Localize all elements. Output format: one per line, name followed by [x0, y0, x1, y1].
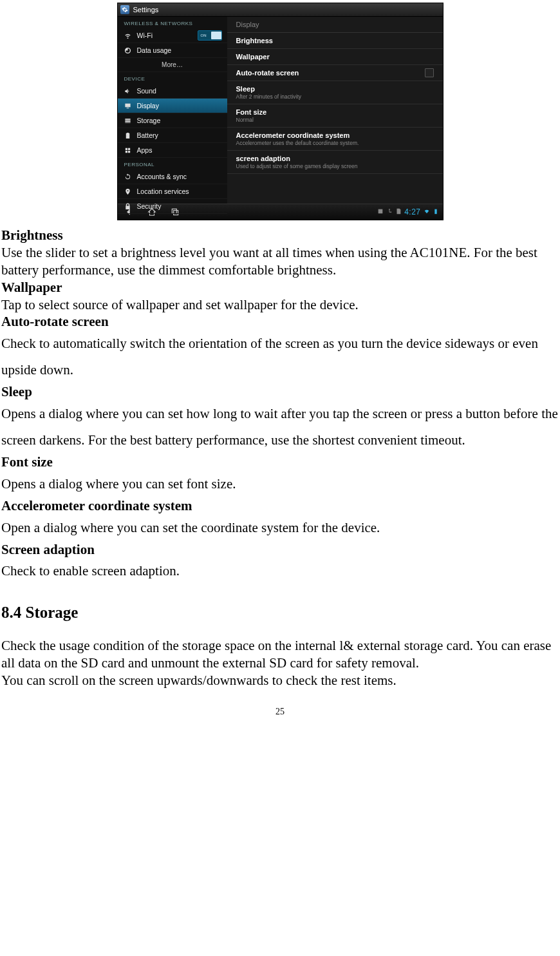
para-screen-adaption: Check to enable screen adaption.	[1, 558, 559, 584]
svg-rect-2	[378, 209, 383, 214]
sd-icon	[395, 208, 402, 216]
section-wireless: WIRELESS & NETWORKS	[118, 17, 227, 28]
sidebar-item-accounts[interactable]: Accounts & sync	[118, 169, 227, 184]
sidebar-label: Location services	[137, 187, 189, 195]
detail-subtitle: Accelerometer uses the default coordinat…	[236, 140, 434, 146]
checkbox[interactable]	[425, 68, 434, 77]
sidebar-item-location[interactable]: Location services	[118, 184, 227, 199]
battery-status-icon	[433, 208, 439, 216]
sidebar-item-storage[interactable]: Storage	[118, 113, 227, 128]
para-fontsize: Opens a dialog where you can set font si…	[1, 471, 559, 497]
storage-icon	[124, 117, 132, 124]
sidebar-item-battery[interactable]: Battery	[118, 128, 227, 143]
para-storage-1: Check the usage condition of the storage…	[1, 637, 559, 672]
detail-title: Auto-rotate screen	[236, 69, 434, 77]
detail-header: Display	[227, 17, 443, 33]
sidebar-label: Display	[137, 102, 159, 110]
usb-icon	[386, 208, 393, 216]
status-clock: 4:27	[404, 207, 420, 216]
para-brightness: Use the slider to set a brightness level…	[1, 244, 559, 279]
window-titlebar: Settings	[118, 3, 443, 17]
heading-wallpaper: Wallpaper	[1, 279, 559, 296]
detail-subtitle: After 2 minutes of inactivity	[236, 93, 434, 100]
detail-brightness[interactable]: Brightness	[227, 33, 443, 49]
detail-screen-adaption[interactable]: screen adaption Used to adjust size of s…	[227, 151, 443, 174]
heading-sleep: Sleep	[1, 383, 559, 401]
sync-icon	[124, 173, 132, 180]
para-sleep: Opens a dialog where you can set how lon…	[1, 401, 559, 454]
detail-title: Brightness	[236, 37, 434, 44]
sidebar-label: Wi-Fi	[137, 32, 153, 39]
page-number: 25	[1, 706, 559, 718]
window-title: Settings	[133, 6, 159, 14]
section-heading-storage: 8.4 Storage	[1, 602, 559, 623]
apps-icon	[124, 147, 132, 154]
sidebar-label: Accounts & sync	[137, 173, 187, 180]
sidebar-label: Data usage	[137, 46, 172, 54]
detail-autorotate[interactable]: Auto-rotate screen	[227, 65, 443, 81]
heading-autorotate: Auto-rotate screen	[1, 313, 559, 330]
display-icon	[124, 102, 132, 110]
para-autorotate: Check to automatically switch the orient…	[1, 330, 559, 383]
sidebar-item-security[interactable]: Security	[118, 199, 227, 214]
section-device: DEVICE	[118, 72, 227, 84]
settings-sidebar: WIRELESS & NETWORKS Wi-Fi ON Data usage	[118, 17, 227, 204]
sidebar-item-wifi[interactable]: Wi-Fi ON	[118, 28, 227, 43]
heading-brightness: Brightness	[1, 227, 559, 244]
detail-wallpaper[interactable]: Wallpaper	[227, 49, 443, 65]
status-icon	[377, 208, 384, 216]
settings-detail-pane: Display Brightness Wallpaper Auto-rotate…	[227, 17, 443, 204]
wifi-toggle[interactable]: ON	[198, 30, 222, 41]
settings-app-icon	[120, 5, 129, 14]
heading-accelerometer: Accelerometer coordinate system	[1, 497, 559, 515]
detail-title: Font size	[236, 108, 434, 116]
sidebar-item-apps[interactable]: Apps	[118, 143, 227, 158]
sidebar-label: Battery	[137, 131, 158, 139]
detail-sleep[interactable]: Sleep After 2 minutes of inactivity	[227, 81, 443, 104]
sidebar-item-display[interactable]: Display	[118, 99, 227, 113]
heading-fontsize: Font size	[1, 454, 559, 471]
sidebar-label: Apps	[137, 146, 153, 154]
detail-subtitle: Normal	[236, 117, 434, 123]
detail-title: Accelerometer coordinate system	[236, 131, 434, 139]
heading-screen-adaption: Screen adaption	[1, 541, 559, 559]
sidebar-label: Security	[137, 202, 162, 210]
detail-title: Wallpaper	[236, 53, 434, 61]
sidebar-label: Storage	[137, 117, 161, 124]
wifi-icon	[124, 32, 132, 39]
wifi-status-icon	[424, 208, 430, 216]
sidebar-item-data-usage[interactable]: Data usage	[118, 43, 227, 58]
sidebar-item-more[interactable]: More…	[118, 58, 227, 72]
battery-icon	[124, 132, 132, 139]
sound-icon	[124, 88, 132, 95]
detail-accelerometer[interactable]: Accelerometer coordinate system Accelero…	[227, 128, 443, 151]
detail-title: Sleep	[236, 85, 434, 93]
para-accelerometer: Open a dialog where you can set the coor…	[1, 515, 559, 541]
para-wallpaper: Tap to select source of wallpaper and se…	[1, 296, 559, 314]
sidebar-label: Sound	[137, 87, 156, 95]
detail-subtitle: Used to adjust size of some games displa…	[236, 163, 434, 169]
settings-screenshot: Settings WIRELESS & NETWORKS Wi-Fi ON	[0, 3, 560, 220]
sidebar-label: More…	[162, 61, 183, 68]
lock-icon	[124, 203, 132, 210]
location-icon	[124, 188, 132, 195]
data-usage-icon	[124, 47, 132, 54]
detail-title: screen adaption	[236, 155, 434, 162]
para-storage-2: You can scroll on the screen upwards/dow…	[1, 672, 559, 689]
sidebar-item-sound[interactable]: Sound	[118, 84, 227, 99]
detail-fontsize[interactable]: Font size Normal	[227, 104, 443, 128]
section-personal: PERSONAL	[118, 158, 227, 169]
